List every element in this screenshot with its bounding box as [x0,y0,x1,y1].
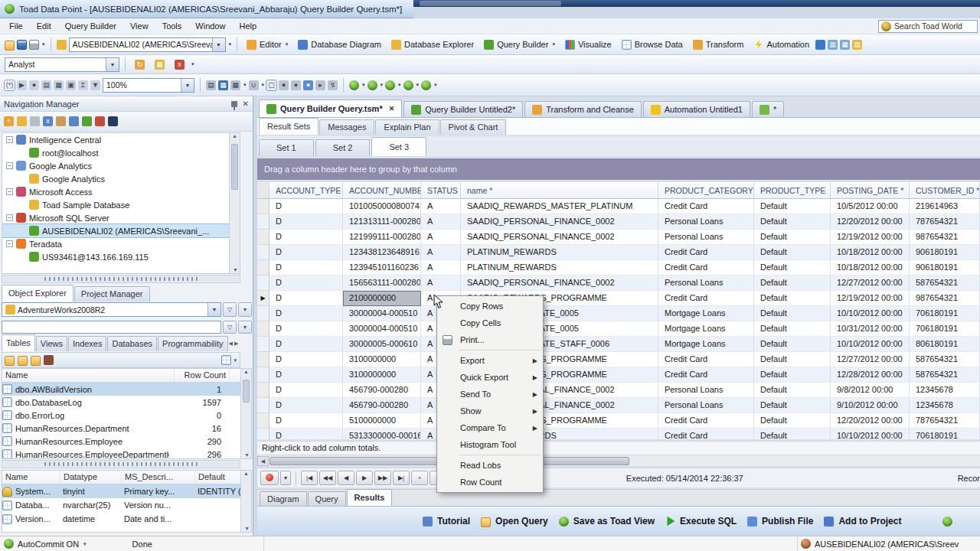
grid-cell[interactable]: 2100000000 [343,291,421,306]
connection-select[interactable]: AUSEBIDENALI02 (AMERICAS\Sreevani...▼ [69,37,226,52]
grid-cell[interactable]: 101005000080074 [343,199,421,214]
grid-cell[interactable]: 30000005-000610 [343,337,421,352]
tables-hscrollbar[interactable] [2,460,240,468]
grid-cell[interactable]: Default [754,260,831,276]
grid-cell[interactable]: Mortgage Loans [658,337,754,352]
chevron-down-icon[interactable]: ▾ [83,541,87,547]
grid-cell[interactable]: 10/31/2012 00:00 [831,321,910,337]
close-icon[interactable]: ✕ [243,99,249,108]
menu-item-show[interactable]: Show▶ [437,403,543,419]
toolbar-button-manage-workflows-icon[interactable]: ▦ [151,58,168,71]
grid-cell[interactable]: Personal Loans [658,383,754,398]
column-header-name[interactable]: name * [461,182,658,199]
chevron-down-icon[interactable]: ▼ [181,79,194,92]
button-open-query[interactable]: Open Query [481,516,548,527]
menu-item-window[interactable]: Window [188,19,232,33]
tab-views[interactable]: Views [36,336,67,351]
scrollbar-thumb[interactable] [243,380,250,403]
grid-cell[interactable]: Default [754,230,831,245]
tab-messages[interactable]: Messages [319,119,374,135]
chevron-down-icon[interactable]: ▾ [381,82,384,88]
grid-cell[interactable]: 706180191 [910,321,980,337]
grid-cell[interactable]: D [270,429,343,439]
grid-cell[interactable]: 987654321 [910,230,980,245]
grid-cell[interactable]: 587654321 [910,367,980,383]
new-table-icon[interactable] [5,356,15,366]
chevron-down-icon[interactable]: ▾ [362,82,365,88]
grid-cell[interactable]: Default [754,337,831,352]
grid-cell[interactable]: PLATINUM_REWARDS [461,245,658,260]
column-header-customer-id[interactable]: CUSTOMER_ID * [910,182,980,199]
tree-item-google-analytics[interactable]: Google Analytics [2,172,240,185]
grid-cell[interactable]: D [270,199,343,214]
grid-cell[interactable]: Default [754,276,831,291]
button-add-to-project[interactable]: Add to Project [824,516,901,527]
chevron-down-icon[interactable]: ▾ [42,41,45,47]
tab-object-explorer[interactable]: Object Explorer [2,285,74,302]
menu-item-tools[interactable]: Tools [155,19,189,33]
grid-cell[interactable]: 121999111-000280 [343,230,421,245]
column-header-product-category[interactable]: PRODUCT_CATEGORY [658,182,754,199]
open-table-icon[interactable] [18,356,28,366]
collapse-icon[interactable]: − [6,240,13,247]
tab-databases[interactable]: Databases [107,336,157,351]
grid-cell[interactable]: 9/10/2012 00:00 [831,398,910,413]
document-tab-query-builder-untitled2[interactable]: Query Builder Untitled2* [403,101,523,117]
record-nav-[interactable]: |◀ [301,471,318,485]
grid-cell[interactable]: 10/18/2012 00:00 [831,260,910,276]
autocommit-label[interactable]: AutoCommit ON [18,540,79,549]
column-header-product-type[interactable]: PRODUCT_TYPE [754,182,831,199]
menu-item-send-to[interactable]: Send To▶ [437,386,543,403]
tree-item-teradata[interactable]: −Teradata [2,237,240,250]
drop-table-icon[interactable] [44,355,54,365]
grid-cell[interactable]: D [270,413,343,429]
grid-cell[interactable]: 787654321 [910,214,980,230]
toolbar-button-automation[interactable]: Automation [750,38,813,51]
column-header-posting-date[interactable]: POSTING_DATE * [831,182,910,199]
tab-indexes[interactable]: Indexes [68,336,107,351]
grid-cell[interactable]: Default [754,413,831,429]
grid-cell[interactable]: D [270,230,343,245]
object-filter-input[interactable] [2,321,221,334]
collapse-icon[interactable]: − [6,214,13,221]
grid-cell[interactable]: 5100000000 [343,413,421,429]
tree-hscrollbar[interactable] [2,275,240,283]
table-row[interactable]: D456790-000280ASAADIQ_PERSONAL_FINANCE_0… [257,383,980,398]
grid-cell[interactable]: 30000004-000510 [343,306,421,321]
grid-cell[interactable]: Mortgage Loans [658,321,754,337]
grid-cell[interactable]: A [421,230,461,245]
grid-cell[interactable]: Default [754,321,831,337]
menu-item-help[interactable]: Help [232,19,263,33]
grid-cell[interactable]: 587654321 [910,352,980,367]
tab-result-sets[interactable]: Result Sets [259,118,318,135]
grid-cell[interactable]: 12/28/2012 00:00 [831,367,910,383]
pin-icon[interactable] [231,101,237,107]
chevron-down-icon[interactable]: ▾ [434,82,437,88]
grid-cell[interactable]: 10/5/2012 00:00 [831,199,910,214]
grid-cell[interactable]: 456790-000280 [343,383,421,398]
grid-cell[interactable]: 121313111-000280 [343,214,421,230]
tree-item-microsoft-sql-server[interactable]: −Microsoft SQL Server [2,211,240,224]
grid-cell[interactable]: SAADIQ_PERSONAL_FINANCE_0002 [461,276,658,291]
grid-cell[interactable]: Default [754,429,831,439]
column-header-row-count[interactable]: Row Count [175,369,230,382]
grid-cell[interactable]: 10/18/2012 00:00 [831,245,910,260]
tab-project-manager[interactable]: Project Manager [74,286,150,302]
column-row-databa[interactable]: Databa...nvarchar(25)Version nu... [2,498,251,512]
toolbar-button-visualize[interactable]: Visualize [561,38,616,51]
table-row[interactable]: D30000004-000510ASAADIQ_HOME_RATE_0005Mo… [257,306,980,321]
grid-cell[interactable]: 5313300000-000161 [343,429,421,439]
grid-cell[interactable]: 12/20/2012 00:00 [831,214,910,230]
tree-item-us93461-143-166-169-115[interactable]: US93461@143.166.169.115 [2,250,240,263]
menu-item-compare-to[interactable]: Compare To▶ [437,419,543,436]
table-row-dbo-awbuildversion[interactable]: dbo.AWBuildVersion1 [2,383,251,396]
scroll-down-icon[interactable]: ▼ [244,452,250,458]
view-mode-icon[interactable] [221,355,231,365]
grid-cell[interactable]: SAADIQ_PERSONAL_FINANCE_0002 [461,230,658,245]
toolbar-button-database-explorer[interactable]: Database Explorer [387,38,478,51]
menu-item-read-lobs[interactable]: Read Lobs [437,457,543,474]
tree-item-toad-sample-database[interactable]: Toad Sample Database [2,198,240,211]
grid-cell[interactable]: Credit Card [658,245,754,260]
grid-cell[interactable]: 906180191 [910,260,980,276]
column-header-account-type[interactable]: ACCOUNT_TYPE * [270,182,343,199]
